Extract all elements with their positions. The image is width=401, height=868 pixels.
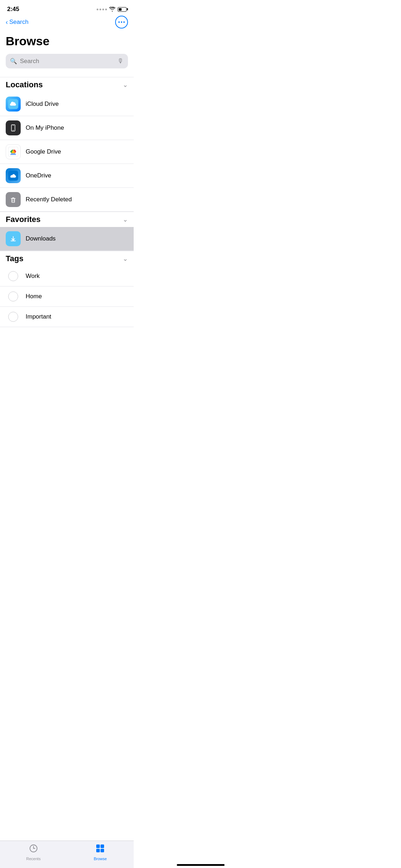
svg-rect-1: [8, 123, 18, 133]
search-bar[interactable]: 🔍 🎙: [6, 54, 128, 68]
tags-section-header[interactable]: Tags ⌄: [0, 251, 134, 266]
status-bar: 2:45: [0, 0, 134, 16]
on-my-iphone-icon: [6, 120, 21, 135]
tags-chevron-icon: ⌄: [123, 255, 128, 263]
locations-section-header[interactable]: Locations ⌄: [0, 77, 134, 92]
onedrive-label: OneDrive: [26, 172, 51, 179]
svg-rect-3: [13, 125, 14, 126]
list-item[interactable]: Google Drive: [0, 140, 134, 164]
important-tag-label: Important: [26, 313, 51, 320]
page-title: Browse: [0, 31, 134, 54]
downloads-label: Downloads: [26, 235, 56, 242]
locations-title: Locations: [6, 80, 43, 89]
wifi-icon: [109, 7, 115, 12]
list-item[interactable]: Important: [0, 307, 134, 327]
on-my-iphone-label: On My iPhone: [26, 124, 64, 131]
search-icon: 🔍: [10, 58, 17, 64]
list-item[interactable]: Downloads: [0, 227, 134, 251]
important-tag-icon: [8, 312, 18, 322]
svg-rect-7: [8, 195, 18, 205]
icloud-drive-label: iCloud Drive: [26, 100, 59, 108]
signal-icon: [97, 9, 107, 10]
icloud-drive-icon: [6, 97, 21, 112]
battery-icon: [118, 7, 127, 12]
list-item[interactable]: On My iPhone: [0, 116, 134, 140]
main-content: Browse 🔍 🎙 Locations ⌄ iCloud Drive: [0, 31, 134, 359]
google-drive-icon: [6, 144, 21, 159]
home-tag-label: Home: [26, 293, 42, 300]
google-drive-label: Google Drive: [26, 148, 61, 155]
search-input[interactable]: [20, 58, 114, 65]
favorites-title: Favorites: [6, 215, 41, 224]
status-icons: [97, 7, 127, 12]
list-item[interactable]: OneDrive: [0, 164, 134, 188]
recently-deleted-label: Recently Deleted: [26, 196, 72, 203]
svg-point-4: [13, 130, 14, 131]
work-tag-label: Work: [26, 273, 40, 280]
onedrive-icon: [6, 168, 21, 183]
status-time: 2:45: [7, 6, 19, 13]
back-label: Search: [9, 19, 29, 26]
locations-chevron-icon: ⌄: [123, 81, 128, 89]
list-item[interactable]: Home: [0, 286, 134, 307]
list-item[interactable]: Recently Deleted: [0, 188, 134, 212]
more-dots-icon: [118, 21, 125, 23]
recently-deleted-icon: [6, 192, 21, 207]
home-tag-icon: [8, 291, 18, 301]
back-button[interactable]: ‹ Search: [6, 19, 29, 26]
favorites-section-header[interactable]: Favorites ⌄: [0, 212, 134, 227]
microphone-icon[interactable]: 🎙: [117, 57, 124, 65]
nav-bar: ‹ Search: [0, 16, 134, 31]
favorites-chevron-icon: ⌄: [123, 216, 128, 223]
more-button[interactable]: [115, 16, 128, 29]
work-tag-icon: [8, 271, 18, 281]
downloads-icon: [6, 231, 21, 246]
list-item[interactable]: iCloud Drive: [0, 92, 134, 116]
tags-title: Tags: [6, 254, 24, 263]
back-chevron-icon: ‹: [6, 19, 8, 26]
list-item[interactable]: Work: [0, 266, 134, 286]
